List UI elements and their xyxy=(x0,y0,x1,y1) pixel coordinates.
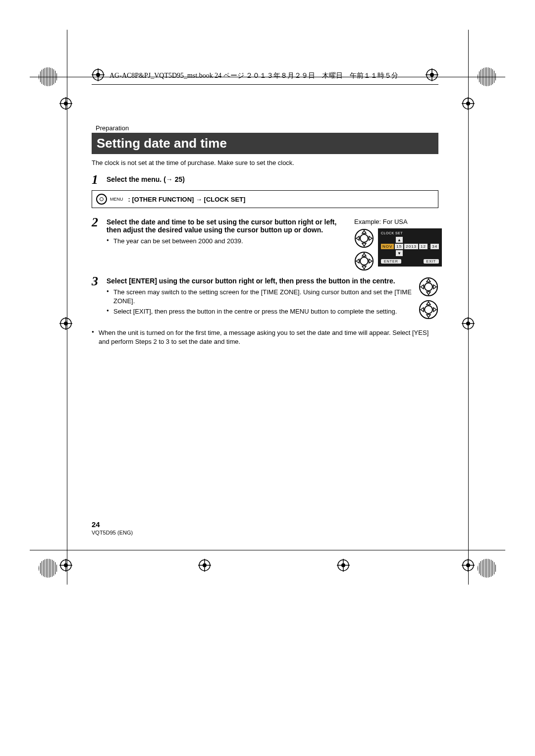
page-number: 24 xyxy=(92,520,133,529)
step-1: 1 Select the menu. (→ 25) xyxy=(92,173,438,186)
step-2: 2 Select the date and time to be set usi… xyxy=(92,216,438,271)
file-header: AG-AC8P&PJ_VQT5D95_mst.book 24 ページ ２０１３年… xyxy=(92,68,438,83)
step-3: 3 Select [ENTER] using the cursor button… xyxy=(92,275,438,320)
register-mark-icon xyxy=(39,67,57,86)
step-number: 2 xyxy=(92,216,102,271)
section-label: Preparation xyxy=(96,124,438,132)
page-title: Setting date and time xyxy=(92,133,438,154)
step-number: 1 xyxy=(92,173,102,186)
crop-rule-left xyxy=(67,30,67,585)
doc-code: VQT5D95 (ENG) xyxy=(92,530,133,536)
crop-rule-bottom xyxy=(30,550,505,550)
step-number: 3 xyxy=(92,275,102,320)
register-mark-icon xyxy=(39,559,57,578)
cursor-button-icon xyxy=(419,300,438,320)
crop-target-icon xyxy=(59,559,72,572)
crop-target-icon xyxy=(59,317,72,330)
lcd-month: NOV xyxy=(381,244,394,249)
step-2-note: The year can be set between 2000 and 203… xyxy=(107,237,345,246)
step-3-note-1: The screen may switch to the setting scr… xyxy=(107,288,412,305)
page-footer: 24 VQT5D95 (ENG) xyxy=(92,520,133,536)
down-arrow-icon: ▼ xyxy=(396,250,403,256)
intro-text: The clock is not set at the time of purc… xyxy=(92,159,438,166)
up-arrow-icon: ▲ xyxy=(396,237,403,243)
example-column: Example: For USA CLOCK SET ▲ NOV 15 xyxy=(354,218,438,271)
file-header-text: AG-AC8P&PJ_VQT5D95_mst.book 24 ページ ２０１３年… xyxy=(109,71,398,80)
lcd-year: 2013 xyxy=(404,244,418,249)
cursor-button-icon xyxy=(354,251,374,271)
register-mark-icon xyxy=(478,67,496,86)
lcd-hour: 12 xyxy=(419,244,428,249)
menu-path-box: MENU : [OTHER FUNCTION] → [CLOCK SET] xyxy=(92,190,438,208)
lcd-title: CLOCK SET xyxy=(381,231,439,235)
cursor-button-icon xyxy=(419,277,438,297)
first-time-note: When the unit is turned on for the first… xyxy=(92,328,438,346)
crop-target-icon xyxy=(462,559,475,572)
page-content: Preparation Setting date and time The cl… xyxy=(92,124,438,346)
cursor-figures xyxy=(419,277,438,320)
lcd-min: 34 xyxy=(430,244,439,249)
menu-button-icon xyxy=(96,194,107,205)
cursor-button-icon xyxy=(354,228,374,248)
crop-target-icon xyxy=(198,559,211,572)
menu-icon-label: MENU xyxy=(110,197,123,202)
step-2-heading: Select the date and time to be set using… xyxy=(107,218,345,234)
lcd-screen: CLOCK SET ▲ NOV 15 2013 12 : 34 ▼ xyxy=(378,228,442,267)
step-3-heading: Select [ENTER] using the cursor button r… xyxy=(107,277,412,285)
register-mark-icon xyxy=(478,559,496,578)
crop-target-icon xyxy=(337,559,350,572)
header-target-icon xyxy=(92,68,105,83)
header-target-icon xyxy=(426,68,438,83)
header-rule xyxy=(92,84,438,85)
crop-target-icon xyxy=(59,97,72,110)
lcd-day: 15 xyxy=(395,244,403,249)
crop-target-icon xyxy=(462,317,475,330)
page-frame: AG-AC8P&PJ_VQT5D95_mst.book 24 ページ ２０１３年… xyxy=(92,68,438,348)
menu-path-text: : [OTHER FUNCTION] → [CLOCK SET] xyxy=(128,196,246,203)
lcd-exit-button: EXIT xyxy=(424,259,439,264)
lcd-enter-button: ENTER xyxy=(381,259,401,264)
crop-target-icon xyxy=(462,97,475,110)
example-label: Example: For USA xyxy=(354,218,438,225)
step-3-note-2: Select [EXIT], then press the button in … xyxy=(107,307,412,316)
step-1-heading: Select the menu. (→ 25) xyxy=(107,175,438,183)
crop-rule-right xyxy=(468,30,469,585)
